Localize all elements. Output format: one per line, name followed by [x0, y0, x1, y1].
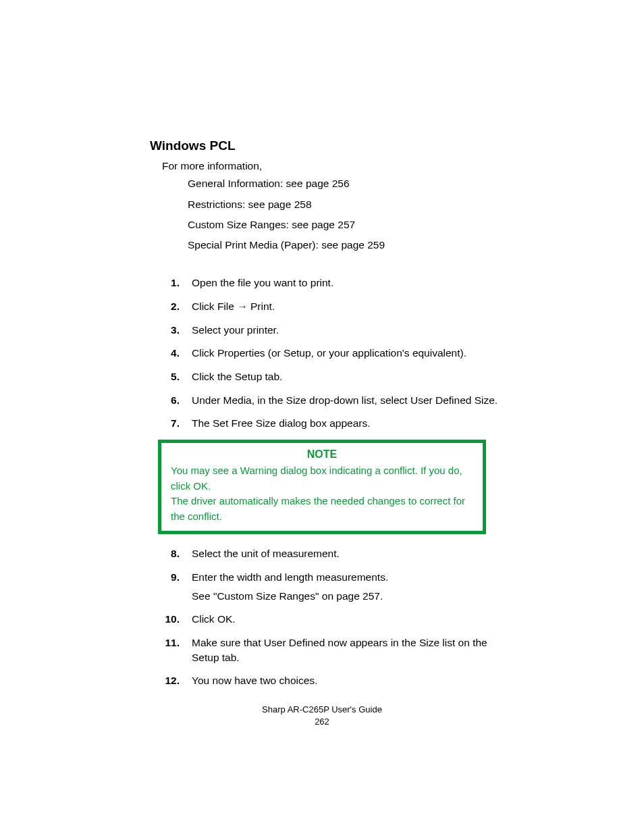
step-text-sub: See "Custom Size Ranges" on page 257. [192, 589, 501, 604]
list-item: 7. The Set Free Size dialog box appears. [150, 416, 501, 431]
note-line: The driver automatically makes the neede… [171, 495, 465, 522]
list-item: 9. Enter the width and length measuremen… [150, 570, 501, 603]
step-text: Select your printer. [192, 323, 501, 338]
step-number: 1. [150, 276, 192, 290]
intro-item: Custom Size Ranges: see page 257 [188, 215, 501, 235]
page-footer: Sharp AR-C265P User's Guide 262 [0, 704, 644, 728]
note-box: NOTE You may see a Warning dialog box in… [158, 440, 486, 534]
step-text-main: Enter the width and length measurements. [192, 570, 501, 585]
footer-page-number: 262 [0, 716, 644, 728]
steps-list-a: 1. Open the file you want to print. 2. C… [150, 276, 501, 431]
note-title: NOTE [171, 448, 473, 461]
list-item: 1. Open the file you want to print. [150, 276, 501, 290]
list-item: 2. Click File → Print. [150, 299, 501, 314]
note-line: You may see a Warning dialog box indicat… [171, 465, 462, 492]
step-number: 2. [150, 299, 192, 314]
section-heading: Windows PCL [150, 138, 501, 153]
step-number: 12. [150, 673, 192, 688]
list-item: 8. Select the unit of measurement. [150, 546, 501, 561]
step-text: The Set Free Size dialog box appears. [192, 416, 501, 431]
step-number: 10. [150, 612, 192, 627]
intro-line: For more information, [162, 159, 501, 174]
step-text: You now have two choices. [192, 673, 501, 688]
note-body: You may see a Warning dialog box indicat… [171, 463, 473, 524]
step-text: Open the file you want to print. [192, 276, 501, 290]
list-item: 12. You now have two choices. [150, 673, 501, 688]
step-number: 7. [150, 416, 192, 431]
step-number: 3. [150, 323, 192, 338]
step-number: 9. [150, 570, 192, 603]
step-number: 11. [150, 635, 192, 664]
step-number: 5. [150, 369, 192, 384]
step-text: Select the unit of measurement. [192, 546, 501, 561]
intro-item: Restrictions: see page 258 [188, 194, 501, 215]
step-number: 4. [150, 346, 192, 361]
step-text: Click the Setup tab. [192, 369, 501, 384]
intro-item: General Information: see page 256 [188, 174, 501, 194]
list-item: 3. Select your printer. [150, 323, 501, 338]
intro-sublist: General Information: see page 256 Restri… [188, 174, 501, 255]
steps-list-b: 8. Select the unit of measurement. 9. En… [150, 546, 501, 688]
step-text: Enter the width and length measurements.… [192, 570, 501, 603]
list-item: 10. Click OK. [150, 612, 501, 627]
list-item: 11. Make sure that User Defined now appe… [150, 635, 501, 664]
footer-title: Sharp AR-C265P User's Guide [0, 704, 644, 716]
intro-item: Special Print Media (Paper): see page 25… [188, 235, 501, 255]
step-text: Make sure that User Defined now appears … [192, 635, 501, 664]
step-text: Click Properties (or Setup, or your appl… [192, 346, 501, 361]
step-text: Click File → Print. [192, 299, 501, 314]
step-number: 8. [150, 546, 192, 561]
page-content: Windows PCL For more information, Genera… [150, 138, 501, 697]
list-item: 6. Under Media, in the Size drop-down li… [150, 393, 501, 408]
list-item: 5. Click the Setup tab. [150, 369, 501, 384]
step-number: 6. [150, 393, 192, 408]
list-item: 4. Click Properties (or Setup, or your a… [150, 346, 501, 361]
step-text: Under Media, in the Size drop-down list,… [192, 393, 501, 408]
step-text: Click OK. [192, 612, 501, 627]
